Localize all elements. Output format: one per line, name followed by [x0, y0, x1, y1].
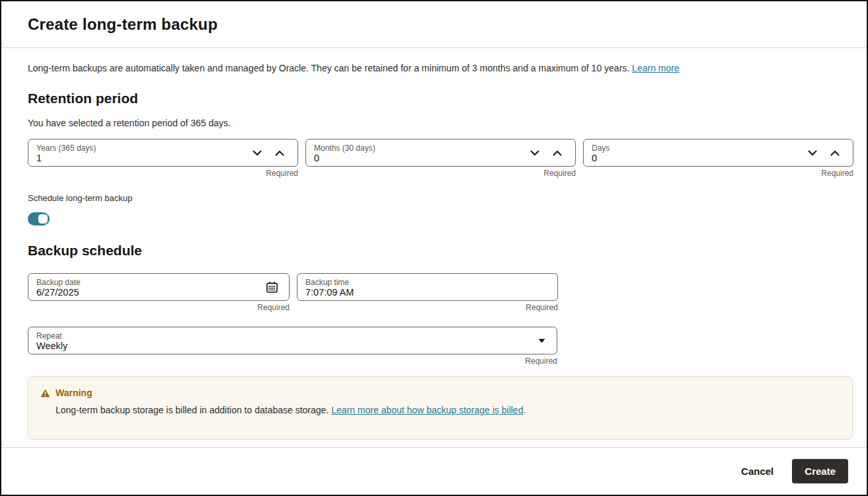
chevron-down-icon	[530, 150, 539, 156]
dialog-header: Create long-term backup	[1, 1, 867, 48]
chevron-up-icon	[275, 150, 284, 156]
months-field-group: Months (30 days) 0 Required	[305, 139, 576, 178]
years-value: 1	[36, 153, 247, 164]
retention-summary: You have selected a retention period of …	[28, 118, 853, 128]
toggle-thumb	[38, 214, 48, 224]
backup-date-input[interactable]: Backup date 6/27/2025	[28, 273, 290, 301]
years-spin-buttons	[247, 142, 290, 164]
chevron-up-icon	[553, 150, 562, 156]
years-input[interactable]: Years (365 days) 1	[28, 139, 298, 167]
retention-period-heading: Retention period	[28, 91, 853, 106]
days-required-hint: Required	[583, 169, 853, 178]
repeat-required-hint: Required	[28, 356, 557, 366]
days-value: 0	[592, 153, 803, 164]
repeat-select[interactable]: Repeat Weekly	[28, 327, 557, 354]
cancel-button[interactable]: Cancel	[741, 466, 773, 477]
months-value: 0	[314, 153, 525, 164]
backup-time-group: Backup time 7:07:09 AM Required	[297, 273, 558, 312]
years-label: Years (365 days)	[36, 144, 247, 153]
backup-time-text: Backup time 7:07:09 AM	[305, 276, 549, 298]
warning-banner: Warning Long-term backup storage is bill…	[28, 376, 853, 440]
backup-time-required-hint: Required	[297, 303, 558, 312]
days-field-text: Days 0	[592, 142, 803, 164]
years-required-hint: Required	[28, 169, 298, 178]
months-label: Months (30 days)	[314, 144, 525, 153]
chevron-down-icon	[808, 150, 817, 156]
days-increment-button[interactable]	[825, 142, 845, 164]
billing-learn-more-link[interactable]: Learn more about how backup storage is b…	[331, 405, 523, 415]
backup-schedule-heading: Backup schedule	[28, 243, 853, 259]
days-input[interactable]: Days 0	[583, 139, 853, 167]
intro-paragraph: Long-term backups are automatically take…	[28, 63, 853, 73]
page-title: Create long-term backup	[28, 15, 217, 34]
backup-date-text: Backup date 6/27/2025	[36, 276, 262, 298]
days-decrement-button[interactable]	[803, 142, 822, 164]
years-field-text: Years (365 days) 1	[36, 142, 247, 164]
schedule-long-term-backup-toggle[interactable]	[28, 212, 50, 226]
years-increment-button[interactable]	[270, 142, 290, 164]
backup-date-value: 6/27/2025	[36, 287, 262, 298]
warning-title: Warning	[56, 388, 92, 398]
date-picker-button[interactable]	[262, 276, 281, 298]
warning-triangle-icon	[40, 389, 50, 397]
schedule-toggle-label: Schedule long-term backup	[28, 193, 853, 203]
repeat-value: Weekly	[36, 341, 534, 352]
days-label: Days	[592, 144, 803, 153]
caret-down-icon	[538, 339, 545, 343]
backup-datetime-row: Backup date 6/27/2025	[28, 273, 853, 312]
warning-header: Warning	[40, 388, 839, 398]
months-decrement-button[interactable]	[525, 142, 545, 164]
backup-time-label: Backup time	[305, 278, 549, 287]
months-input[interactable]: Months (30 days) 0	[305, 139, 576, 167]
backup-date-required-hint: Required	[28, 303, 290, 312]
intro-text: Long-term backups are automatically take…	[28, 63, 629, 73]
warning-text: Long-term backup storage is billed in ad…	[56, 405, 329, 415]
backup-time-value: 7:07:09 AM	[305, 287, 549, 298]
create-long-term-backup-dialog: Create long-term backup Long-term backup…	[0, 0, 868, 496]
create-button[interactable]: Create	[792, 459, 848, 483]
backup-date-label: Backup date	[36, 278, 262, 287]
retention-fields-row: Years (365 days) 1 Required	[28, 139, 853, 178]
days-field-group: Days 0 Required	[583, 139, 853, 178]
repeat-label: Repeat	[36, 331, 534, 341]
calendar-icon	[266, 281, 278, 294]
months-required-hint: Required	[305, 169, 576, 178]
repeat-dropdown-button[interactable]	[534, 329, 549, 352]
dialog-body: Long-term backups are automatically take…	[1, 48, 867, 446]
warning-message: Long-term backup storage is billed in ad…	[40, 405, 839, 415]
backup-date-group: Backup date 6/27/2025	[28, 273, 290, 312]
dialog-footer: Cancel Create	[1, 447, 867, 495]
backup-time-input[interactable]: Backup time 7:07:09 AM	[297, 273, 558, 301]
months-field-text: Months (30 days) 0	[314, 142, 525, 164]
years-decrement-button[interactable]	[247, 142, 267, 164]
months-spin-buttons	[525, 142, 567, 164]
repeat-group: Repeat Weekly Required	[28, 327, 557, 366]
warning-suffix: .	[523, 405, 526, 415]
years-field-group: Years (365 days) 1 Required	[28, 139, 298, 178]
learn-more-link[interactable]: Learn more	[632, 63, 680, 73]
chevron-down-icon	[253, 150, 262, 156]
days-spin-buttons	[803, 142, 845, 164]
months-increment-button[interactable]	[547, 142, 567, 164]
repeat-text: Repeat Weekly	[36, 329, 534, 352]
chevron-up-icon	[830, 150, 840, 156]
